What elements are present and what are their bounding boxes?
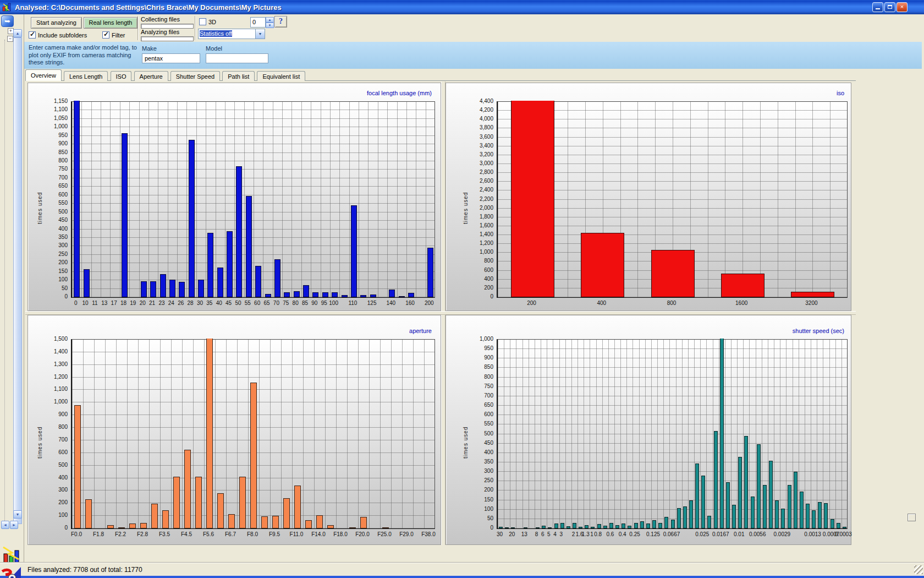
bar [265, 294, 271, 297]
bar [389, 290, 395, 297]
bar [189, 140, 195, 297]
y-tick-label: 0 [36, 525, 68, 531]
y-tick-label: 4,400 [461, 98, 493, 104]
tab-iso[interactable]: ISO [111, 71, 132, 81]
bar [228, 514, 235, 528]
statistics-dropdown-value: Statistics off [199, 29, 255, 39]
statistics-dropdown[interactable]: Statistics off ▼ [198, 29, 265, 39]
bar [349, 527, 356, 528]
tree-collapse-node[interactable]: − [7, 36, 13, 42]
y-tick-label: 300 [36, 242, 68, 248]
bar [370, 295, 376, 297]
bar [646, 524, 650, 528]
spin-up-icon[interactable]: ▲ [266, 17, 274, 23]
close-icon: × [900, 3, 904, 10]
x-tick-label: 0.0029 [765, 531, 800, 537]
y-tick-label: 400 [461, 276, 493, 282]
bar [573, 523, 576, 528]
scroll-right-icon: ► [12, 523, 16, 527]
tree-refresh-icon[interactable]: ➥ [1, 15, 14, 27]
maximize-button[interactable] [884, 2, 895, 12]
threed-value-input[interactable]: 0 [250, 17, 266, 28]
bar [274, 259, 280, 297]
bar [812, 510, 816, 528]
help-button[interactable]: ? [274, 16, 287, 28]
bar [781, 509, 785, 528]
camera-filter-panel: Enter camera make and/or model tag, to p… [24, 42, 922, 69]
bar [360, 517, 367, 528]
filter-checkbox[interactable]: ✓ [102, 31, 109, 39]
make-input[interactable]: pentax [142, 53, 200, 63]
y-tick-label: 700 [461, 392, 493, 399]
tab-lens-length[interactable]: Lens Length [64, 71, 108, 81]
bar [399, 296, 405, 297]
bar [720, 339, 724, 528]
scroll-up-button[interactable]: ▲ [13, 29, 22, 37]
threed-checkbox[interactable] [199, 18, 206, 25]
start-analyzing-button[interactable]: Start analyzing [31, 17, 82, 29]
tab-aperture[interactable]: Aperture [134, 71, 168, 81]
close-button[interactable]: × [897, 2, 908, 12]
plot-area [497, 339, 848, 529]
bar [843, 527, 846, 528]
tab-equivalent-list[interactable]: Equivalent list [257, 71, 305, 81]
scroll-left-button[interactable]: ◄ [1, 521, 9, 529]
y-tick-label: 800 [36, 424, 68, 430]
bar [651, 250, 695, 297]
x-tick-label: 200 [514, 300, 549, 306]
analyzing-progressbar [141, 36, 194, 41]
bar [272, 516, 279, 528]
bar [726, 482, 730, 528]
bar [800, 492, 804, 528]
plus-icon: + [9, 28, 12, 34]
panel-grip[interactable] [908, 514, 916, 521]
minus-icon: − [9, 36, 12, 41]
model-input[interactable] [206, 53, 268, 63]
y-tick-label: 0 [36, 293, 68, 299]
maximize-icon [888, 5, 892, 9]
tab-shutter-speed[interactable]: Shutter Speed [170, 71, 220, 81]
y-tick-label: 550 [461, 421, 493, 427]
bar [695, 464, 699, 528]
tree-scrollbar-track[interactable] [13, 37, 22, 524]
bar [548, 527, 552, 528]
y-tick-label: 800 [461, 374, 493, 380]
y-tick-label: 3,000 [461, 160, 493, 166]
minimize-button[interactable] [872, 2, 883, 12]
bar [714, 431, 718, 528]
collecting-files-label: Collecting files [141, 16, 180, 23]
y-tick-label: 100 [461, 506, 493, 512]
chart-title: shutter speed (sec) [497, 328, 844, 334]
y-tick-label: 1,500 [36, 336, 68, 342]
bar [794, 472, 798, 528]
bar [169, 280, 175, 297]
bar [198, 280, 204, 297]
bar [683, 506, 687, 528]
bar [85, 499, 92, 528]
y-tick-label: 150 [461, 497, 493, 503]
scroll-down-icon: ▼ [16, 512, 20, 516]
y-tick-label: 700 [36, 175, 68, 181]
y-tick-label: 700 [36, 437, 68, 443]
spin-down-icon[interactable]: ▼ [266, 23, 274, 28]
resize-grip-icon[interactable] [914, 565, 923, 574]
threed-spinner[interactable]: ▲ ▼ [266, 17, 274, 28]
y-tick-label: 2,200 [461, 196, 493, 202]
y-tick-label: 800 [461, 258, 493, 264]
dropdown-arrow-icon[interactable]: ▼ [255, 29, 265, 39]
scroll-right-button[interactable]: ► [10, 521, 18, 529]
bar [250, 383, 257, 528]
bar [217, 268, 223, 297]
bar [591, 527, 595, 528]
real-lens-length-button[interactable]: Real lens length [84, 17, 138, 29]
tab-overview[interactable]: Overview [25, 69, 62, 81]
y-tick-label: 950 [461, 345, 493, 351]
tree-refresh-glyph: ➥ [4, 17, 10, 25]
horizontal-splitter[interactable] [25, 311, 856, 315]
toolbar-separator [138, 16, 139, 40]
tab-path-list[interactable]: Path list [222, 71, 255, 81]
bar [763, 485, 767, 528]
include-subfolders-checkbox[interactable]: ✓ [29, 31, 36, 39]
scroll-down-button[interactable]: ▼ [13, 510, 22, 519]
y-tick-label: 1,200 [461, 240, 493, 246]
